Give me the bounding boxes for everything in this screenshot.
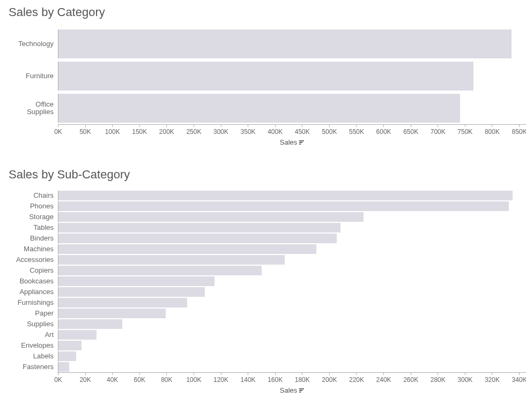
category-label: Chairs (0, 192, 58, 199)
bar (58, 234, 337, 243)
axis-tick: 150K (139, 124, 140, 136)
axis-tick-label: 750K (457, 128, 472, 136)
x-axis-label-text: Sales (280, 138, 298, 146)
axis-tick: 450K (302, 124, 302, 136)
x-axis-label: Sales (58, 138, 526, 146)
axis-tick-label: 340K (512, 376, 526, 384)
category-label: Phones (0, 202, 58, 210)
bar-row: Appliances (0, 287, 526, 297)
category-label: Furniture (0, 72, 58, 80)
axis-tick-label: 120K (213, 376, 228, 384)
axis-tick: 650K (411, 124, 411, 136)
axis-tick-label: 700K (431, 128, 446, 136)
bar (58, 266, 262, 275)
bar-row: Accessories (0, 254, 526, 265)
axis-tick-label: 850K (512, 128, 526, 136)
axis-tick: 240K (383, 372, 384, 384)
axis-tick: 550K (356, 124, 357, 136)
bar (58, 255, 285, 265)
bar (58, 212, 364, 222)
axis-tick: 200K (166, 124, 167, 136)
axis-tick: 500K (329, 124, 330, 136)
bar (58, 62, 473, 91)
bar-row: Copiers (0, 265, 526, 276)
axis-tick: 340K (519, 372, 520, 384)
category-label: Envelopes (0, 342, 58, 349)
bar-row: OfficeSupplies (0, 92, 526, 124)
x-axis: 0K50K100K150K200K250K300K350K400K450K500… (58, 124, 526, 135)
axis-tick-label: 280K (431, 376, 446, 384)
axis-tick: 260K (411, 372, 411, 384)
axis-tick-label: 50K (79, 128, 91, 136)
bar-area (58, 298, 526, 308)
axis-tick-label: 100K (105, 128, 120, 136)
axis-tick: 280K (438, 372, 438, 384)
bar-row: Machines (0, 244, 526, 254)
category-label: Supplies (0, 320, 58, 328)
axis-tick-label: 650K (403, 128, 418, 136)
bar (58, 351, 76, 361)
axis-tick-label: 100K (186, 376, 201, 384)
bar-area (58, 319, 526, 329)
bar-row: Furniture (0, 60, 526, 92)
axis-tick-label: 250K (186, 128, 201, 136)
bar (58, 319, 122, 329)
axis-tick: 250K (194, 124, 194, 136)
bar-row: Phones (0, 201, 526, 212)
axis-tick-label: 600K (376, 128, 391, 136)
axis-tick-label: 0K (54, 128, 62, 136)
axis-tick: 300K (221, 124, 221, 136)
bar-row: Bookcases (0, 276, 526, 287)
axis-tick: 100K (112, 124, 113, 136)
category-label: Tables (0, 224, 58, 231)
bar (58, 330, 97, 340)
axis-tick: 100K (194, 372, 194, 384)
axis-tick: 850K (519, 124, 520, 136)
bar-area (58, 330, 526, 340)
bar (58, 29, 512, 58)
bar-area (58, 191, 526, 201)
bar-area (58, 362, 526, 372)
bar (58, 362, 69, 372)
bar (58, 309, 166, 318)
axis-tick-label: 300K (457, 376, 472, 384)
bar (58, 94, 460, 123)
bar-row: Fasteners (0, 362, 526, 372)
axis-tick: 400K (275, 124, 276, 136)
axis-tick: 320K (492, 372, 492, 384)
axis-tick-label: 200K (322, 376, 337, 384)
axis-tick: 700K (438, 124, 438, 136)
bar (58, 244, 316, 254)
bar-area (58, 351, 526, 362)
axis-tick-label: 180K (295, 376, 310, 384)
axis-tick-label: 500K (322, 128, 337, 136)
bar (58, 341, 82, 350)
axis-tick-label: 60K (134, 376, 145, 384)
axis-tick-label: 400K (268, 128, 283, 136)
bar-row: Storage (0, 212, 526, 222)
bar (58, 287, 205, 297)
axis-tick: 20K (85, 372, 86, 384)
axis-tick: 50K (85, 124, 86, 136)
axis-tick: 350K (248, 124, 248, 136)
axis-tick-label: 140K (241, 376, 256, 384)
category-label: Machines (0, 245, 58, 253)
axis-tick-label: 260K (403, 376, 418, 384)
category-label: Art (0, 331, 58, 339)
axis-tick-label: 240K (376, 376, 391, 384)
axis-tick: 140K (248, 372, 248, 384)
bar-area (58, 341, 526, 351)
bar-area (58, 255, 526, 265)
category-label: Copiers (0, 267, 58, 274)
axis-tick-label: 200K (159, 128, 174, 136)
bar-row: Supplies (0, 319, 526, 329)
axis-tick: 60K (139, 372, 140, 384)
axis-tick: 40K (112, 372, 113, 384)
category-label: OfficeSupplies (0, 101, 58, 116)
axis-tick-label: 350K (241, 128, 256, 136)
bar-area (58, 62, 526, 91)
bar-row: Binders (0, 233, 526, 244)
axis-tick: 800K (492, 124, 492, 136)
sort-descending-icon (299, 140, 304, 145)
category-label: Technology (0, 40, 58, 48)
